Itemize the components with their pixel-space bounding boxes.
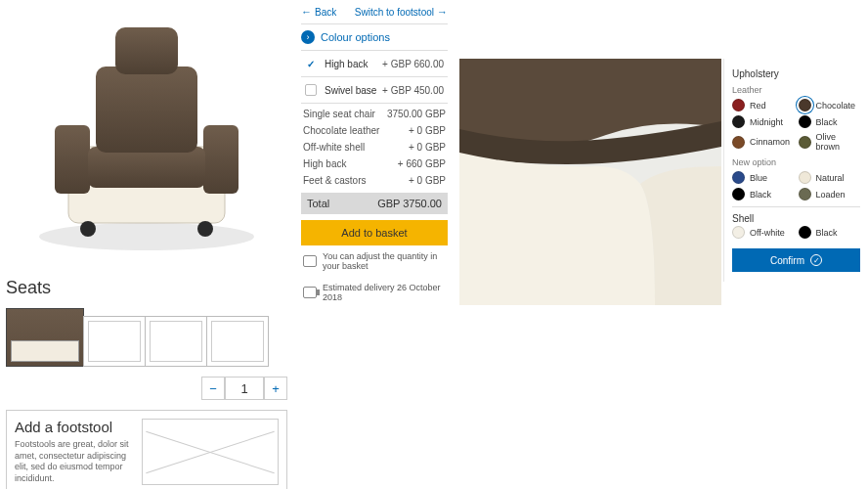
svg-point-7 <box>80 221 96 237</box>
svg-rect-4 <box>88 147 205 188</box>
svg-rect-3 <box>203 125 239 194</box>
swatch-newopt-black[interactable]: Black <box>732 188 795 200</box>
switch-footstool-link[interactable]: Switch to footstool → <box>355 6 448 18</box>
swatch-label: Midnight <box>750 117 783 127</box>
arrow-right-circle-icon: › <box>301 30 315 44</box>
basket-adjust-note: You can adjust the quantity in your bask… <box>301 245 448 277</box>
seat-slot[interactable] <box>83 316 146 367</box>
swatch-label: Off-white <box>750 228 785 238</box>
option-swivel-base[interactable]: Swivel base + GBP 450.00 <box>301 79 448 101</box>
delivery-estimate: Estimated delivery 26 October 2018 <box>301 277 448 308</box>
truck-icon <box>303 287 317 298</box>
product-image <box>0 0 293 274</box>
basket-icon <box>303 255 317 267</box>
qty-value: 1 <box>225 377 264 400</box>
footstool-desc: Footstools are great, dolor sit amet, co… <box>15 439 132 485</box>
svg-rect-6 <box>115 27 178 74</box>
swatch-label: Black <box>750 190 771 200</box>
upholstery-heading: Upholstery <box>732 68 860 79</box>
leather-heading: Leather <box>732 85 860 95</box>
checkbox-empty-icon <box>305 84 317 96</box>
swatch-label: Chocolate <box>816 101 856 111</box>
swatch-label: Natural <box>816 173 845 183</box>
swatch-shell-black[interactable]: Black <box>799 226 861 239</box>
swatch-dot-icon <box>732 188 745 200</box>
swatch-newopt-blue[interactable]: Blue <box>732 171 795 184</box>
swatch-dot-icon <box>799 171 811 184</box>
arrow-left-icon: ← <box>301 6 312 18</box>
check-icon: ✓ <box>305 58 317 69</box>
swatch-shell-off-white[interactable]: Off-white <box>732 226 795 239</box>
swatch-leather-black[interactable]: Black <box>799 115 861 128</box>
total-row: TotalGBP 3750.00 <box>301 193 448 214</box>
check-circle-icon: ✓ <box>810 254 822 266</box>
seats-configurator[interactable] <box>0 302 293 373</box>
swatch-dot-icon <box>732 115 745 128</box>
swatch-leather-midnight[interactable]: Midnight <box>732 115 795 128</box>
options-panel: Upholstery Leather RedChocolateMidnightB… <box>723 59 868 282</box>
swatch-label: Black <box>816 228 838 238</box>
seats-heading: Seats <box>0 274 293 302</box>
svg-point-8 <box>197 221 213 237</box>
swatch-dot-icon <box>799 188 811 200</box>
swatch-leather-chocolate[interactable]: Chocolate <box>799 99 861 111</box>
qty-increment[interactable]: + <box>264 377 287 400</box>
arrow-right-icon: → <box>437 6 448 18</box>
colour-options-toggle[interactable]: › Colour options <box>301 26 448 48</box>
confirm-button[interactable]: Confirm ✓ <box>732 248 860 272</box>
swatch-label: Cinnamon <box>750 137 790 147</box>
footstool-placeholder-image <box>142 419 279 485</box>
swatch-leather-red[interactable]: Red <box>732 99 795 111</box>
swatch-dot-icon <box>799 99 811 111</box>
swatch-leather-cinnamon[interactable]: Cinnamon <box>732 132 795 152</box>
add-to-basket-button[interactable]: Add to basket <box>301 220 448 245</box>
seat-selected[interactable] <box>6 308 84 367</box>
swatch-label: Red <box>750 101 766 111</box>
swatch-label: Blue <box>750 173 767 183</box>
price-breakdown: Single seat chair3750.00 GBP Chocolate l… <box>301 106 448 189</box>
swatch-label: Loaden <box>816 190 846 200</box>
seat-slot[interactable] <box>145 316 207 367</box>
swatch-dot-icon <box>732 171 745 184</box>
svg-rect-5 <box>96 67 197 153</box>
swatch-label: Olive brown <box>816 132 861 152</box>
swatch-newopt-natural[interactable]: Natural <box>799 171 861 184</box>
detail-image <box>459 59 721 305</box>
swatch-dot-icon <box>732 226 745 239</box>
swatch-newopt-loaden[interactable]: Loaden <box>799 188 861 200</box>
svg-rect-2 <box>55 125 90 194</box>
qty-decrement[interactable]: − <box>201 377 225 400</box>
swatch-label: Black <box>816 117 838 127</box>
swatch-dot-icon <box>732 99 745 111</box>
swatch-leather-olive-brown[interactable]: Olive brown <box>799 132 861 152</box>
swatch-dot-icon <box>732 136 745 149</box>
shell-heading: Shell <box>732 213 860 224</box>
quantity-stepper: − 1 + <box>0 373 293 404</box>
seat-slot[interactable] <box>206 316 269 367</box>
swatch-dot-icon <box>799 115 811 128</box>
swatch-dot-icon <box>799 136 811 149</box>
back-link[interactable]: ← Back <box>301 6 336 18</box>
new-option-heading: New option <box>732 157 860 167</box>
svg-point-0 <box>39 223 254 250</box>
footstool-title: Add a footstool <box>15 419 132 435</box>
swatch-dot-icon <box>799 226 811 239</box>
add-footstool-card[interactable]: Add a footstool Footstools are great, do… <box>6 410 287 489</box>
option-high-back[interactable]: ✓ High back + GBP 660.00 <box>301 53 448 74</box>
